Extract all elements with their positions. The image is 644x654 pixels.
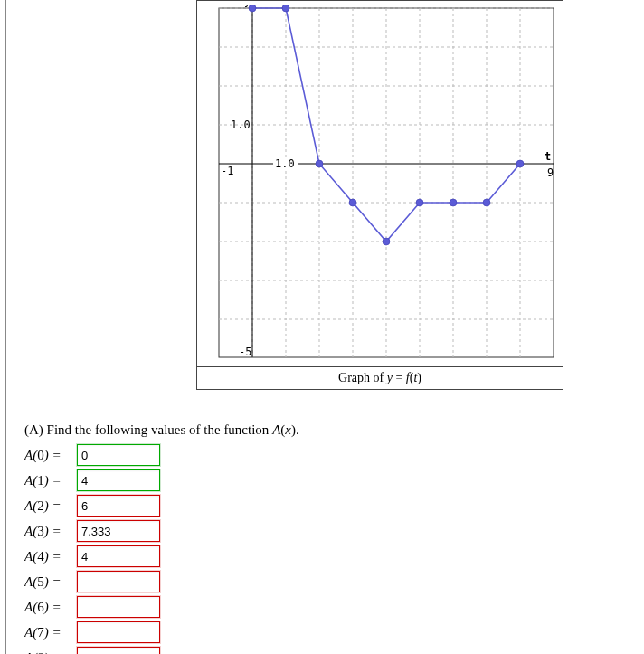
answer-label-8: A(8) = — [24, 650, 77, 655]
answer-row-5: A(5) = — [24, 570, 635, 593]
graph-panel: y t 1.0 -1 1.0 9 -5 — [196, 0, 564, 390]
answer-row-2: A(2) = — [24, 494, 635, 517]
answer-row-7: A(7) = — [24, 621, 635, 644]
answer-row-4: A(4) = — [24, 545, 635, 568]
answer-row-8: A(8) = — [24, 646, 635, 654]
answer-input-3[interactable] — [77, 520, 160, 542]
svg-point-29 — [516, 160, 524, 167]
answer-input-0[interactable] — [77, 444, 160, 466]
answer-input-6[interactable] — [77, 596, 160, 618]
prompt-text: (A) Find the following values of the fun… — [24, 422, 299, 437]
svg-point-26 — [416, 199, 423, 206]
svg-point-22 — [282, 5, 289, 12]
answer-row-6: A(6) = — [24, 595, 635, 619]
answer-input-8[interactable] — [77, 647, 160, 654]
answer-label-5: A(5) = — [24, 574, 77, 590]
x-axis-label: t — [545, 150, 551, 163]
svg-point-24 — [349, 199, 356, 206]
chart-svg: y t 1.0 -1 1.0 9 -5 — [201, 5, 559, 363]
answer-label-4: A(4) = — [24, 549, 77, 564]
answer-input-5[interactable] — [77, 571, 160, 592]
answer-row-3: A(3) = — [24, 519, 635, 543]
answer-input-1[interactable] — [77, 469, 160, 491]
svg-point-28 — [483, 199, 490, 206]
question-prompt: (A) Find the following values of the fun… — [24, 422, 635, 438]
svg-point-23 — [316, 160, 323, 167]
y-tick-minus5: -5 — [239, 346, 251, 358]
answer-label-3: A(3) = — [24, 524, 77, 539]
answer-row-0: A(0) = — [24, 443, 635, 467]
caption-text: Graph of y = f(t) — [338, 371, 421, 384]
answer-input-7[interactable] — [77, 621, 160, 643]
svg-point-21 — [249, 5, 256, 12]
x-tick-minus1: -1 — [221, 165, 233, 177]
svg-point-27 — [450, 199, 457, 206]
answer-label-0: A(0) = — [24, 448, 77, 463]
answer-input-4[interactable] — [77, 545, 160, 567]
answer-label-7: A(7) = — [24, 625, 77, 640]
x-tick-1: 1.0 — [275, 157, 295, 170]
answer-label-6: A(6) = — [24, 600, 77, 615]
answer-label-2: A(2) = — [24, 498, 77, 514]
x-tick-9: 9 — [547, 166, 554, 179]
answer-input-2[interactable] — [77, 495, 160, 517]
y-tick-1: 1.0 — [231, 118, 251, 131]
graph-caption: Graph of y = f(t) — [197, 366, 563, 389]
answer-label-1: A(1) = — [24, 473, 77, 488]
answer-row-1: A(1) = — [24, 469, 635, 492]
svg-point-25 — [383, 238, 390, 245]
